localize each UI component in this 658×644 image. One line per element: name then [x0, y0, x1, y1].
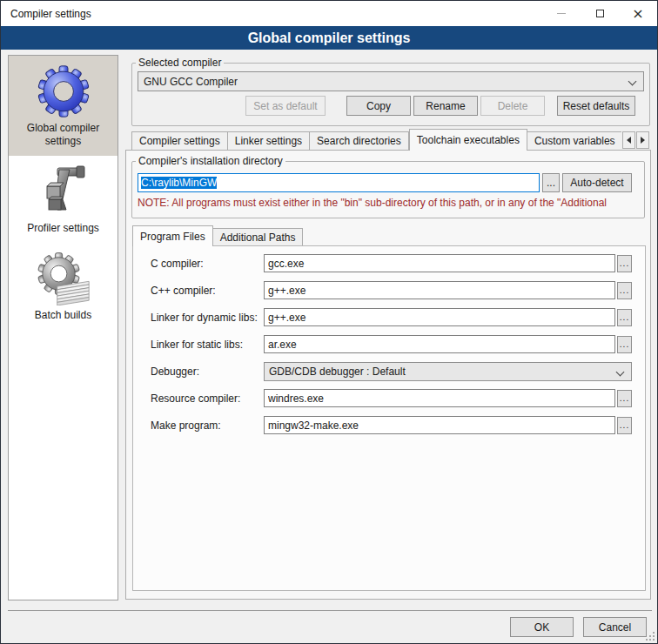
ok-button[interactable]: OK	[510, 617, 574, 637]
tab-linker-settings[interactable]: Linker settings	[228, 131, 310, 151]
make-program-browse-button[interactable]: ...	[617, 417, 632, 434]
dynamic-linker-input[interactable]	[264, 308, 615, 326]
install-dir-selected-text: C:\raylib\MinGW	[141, 177, 217, 189]
field-row-c-compiler: C compiler: ...	[151, 254, 645, 272]
sidebar-item-global-compiler-settings[interactable]: Global compiler settings	[9, 56, 118, 156]
resource-compiler-label: Resource compiler:	[151, 392, 264, 405]
settings-sidebar: Global compiler settings	[8, 55, 118, 600]
tab-custom-variables[interactable]: Custom variables	[527, 131, 621, 151]
compiler-settings-window: Compiler settings × Global compiler sett…	[0, 0, 658, 644]
tab-toolchain-executables[interactable]: Toolchain executables	[409, 129, 527, 151]
window-controls: ×	[542, 1, 657, 26]
resource-compiler-input[interactable]	[264, 389, 615, 407]
footer-divider	[8, 610, 652, 611]
sidebar-item-profiler-settings[interactable]: Profiler settings	[9, 156, 118, 243]
set-as-default-button[interactable]: Set as default	[245, 96, 326, 116]
resource-compiler-browse-button[interactable]: ...	[617, 390, 632, 407]
tab-program-files[interactable]: Program Files	[132, 225, 213, 246]
tab-scroll-buttons	[621, 131, 649, 149]
c-compiler-label: C compiler:	[151, 258, 264, 270]
title-bar[interactable]: Compiler settings ×	[1, 1, 657, 26]
maximize-icon	[596, 10, 604, 17]
tab-scroll-right-button[interactable]	[636, 131, 649, 149]
selected-compiler-group: Selected compiler GNU GCC Compiler Set a…	[131, 57, 650, 126]
sidebar-item-label: Global compiler settings	[12, 122, 114, 148]
install-dir-browse-button[interactable]: ...	[542, 173, 560, 192]
sidebar-item-label: Profiler settings	[12, 222, 114, 235]
blue-gear-icon	[37, 64, 91, 118]
tab-scroll-left-button[interactable]	[622, 131, 635, 149]
field-row-cpp-compiler: C++ compiler: ...	[151, 281, 645, 299]
chevron-down-icon	[628, 77, 637, 86]
minimize-button[interactable]	[542, 1, 581, 26]
caliper-icon	[37, 164, 91, 218]
copy-button[interactable]: Copy	[346, 96, 411, 116]
tab-compiler-settings[interactable]: Compiler settings	[131, 131, 228, 151]
debugger-select[interactable]: GDB/CDB debugger : Default	[264, 362, 632, 381]
install-dir-input[interactable]: C:\raylib\MinGW	[138, 173, 540, 192]
debugger-label: Debugger:	[151, 366, 264, 378]
tab-search-directories[interactable]: Search directories	[310, 131, 409, 151]
field-row-dynamic-linker: Linker for dynamic libs: ...	[151, 308, 645, 326]
field-row-resource-compiler: Resource compiler: ...	[151, 389, 645, 407]
field-row-make-program: Make program: ...	[151, 416, 645, 434]
resize-grip[interactable]	[646, 632, 655, 641]
chevron-down-icon	[616, 367, 625, 376]
gear-stack-icon	[37, 252, 91, 305]
field-row-static-linker: Linker for static libs: ...	[151, 335, 645, 353]
arrow-left-icon	[627, 137, 631, 144]
make-program-input[interactable]	[264, 416, 615, 434]
installation-directory-group: Compiler's installation directory C:\ray…	[131, 155, 645, 218]
toolchain-executables-panel: Compiler's installation directory C:\ray…	[125, 150, 651, 600]
sidebar-item-batch-builds[interactable]: Batch builds	[9, 243, 118, 330]
cpp-compiler-label: C++ compiler:	[151, 285, 264, 297]
rename-button[interactable]: Rename	[413, 96, 478, 116]
main-panel: Selected compiler GNU GCC Compiler Set a…	[125, 55, 652, 600]
maximize-button[interactable]	[581, 1, 619, 26]
make-program-label: Make program:	[151, 419, 264, 432]
program-files-panel: C compiler: ... C++ compiler: ... Linker…	[132, 245, 646, 591]
field-row-debugger: Debugger: GDB/CDB debugger : Default	[151, 362, 645, 380]
window-title: Compiler settings	[10, 8, 91, 20]
tab-additional-paths[interactable]: Additional Paths	[213, 228, 304, 246]
dynamic-linker-browse-button[interactable]: ...	[617, 309, 632, 326]
reset-defaults-button[interactable]: Reset defaults	[557, 96, 635, 116]
static-linker-browse-button[interactable]: ...	[617, 336, 632, 353]
install-dir-note: NOTE: All programs must exist either in …	[138, 197, 642, 209]
installation-directory-group-title: Compiler's installation directory	[136, 155, 285, 167]
close-button[interactable]: ×	[619, 1, 657, 26]
compiler-select[interactable]: GNU GCC Compiler	[138, 71, 644, 91]
static-linker-input[interactable]	[264, 335, 615, 353]
close-icon: ×	[632, 7, 643, 21]
debugger-select-value: GDB/CDB debugger : Default	[269, 366, 406, 378]
selected-compiler-group-title: Selected compiler	[136, 57, 224, 69]
program-files-tab-strip: Program Files Additional Paths	[132, 225, 303, 246]
settings-tab-strip: Compiler settings Linker settings Search…	[131, 129, 621, 151]
cancel-button[interactable]: Cancel	[583, 617, 647, 637]
compiler-select-value: GNU GCC Compiler	[144, 76, 238, 88]
static-linker-label: Linker for static libs:	[151, 339, 264, 351]
auto-detect-button[interactable]: Auto-detect	[562, 173, 632, 192]
c-compiler-browse-button[interactable]: ...	[617, 255, 632, 272]
c-compiler-input[interactable]	[264, 254, 615, 272]
page-title: Global compiler settings	[1, 26, 657, 50]
dynamic-linker-label: Linker for dynamic libs:	[151, 312, 264, 324]
cpp-compiler-browse-button[interactable]: ...	[617, 282, 632, 299]
minimize-icon	[557, 13, 566, 14]
delete-button[interactable]: Delete	[480, 96, 545, 116]
sidebar-item-label: Batch builds	[12, 309, 114, 322]
arrow-right-icon	[641, 137, 645, 144]
cpp-compiler-input[interactable]	[264, 281, 615, 299]
